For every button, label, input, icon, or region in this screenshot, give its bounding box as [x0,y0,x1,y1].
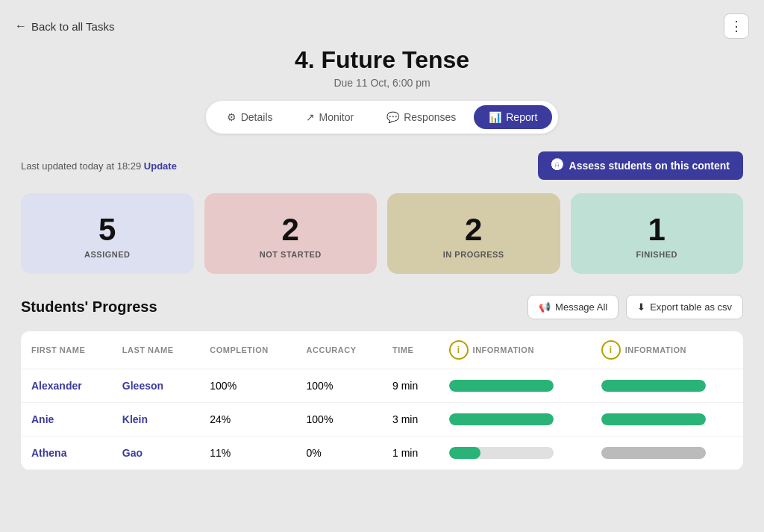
report-icon: 📊 [489,111,501,123]
stat-assigned-number: 5 [98,214,116,245]
tab-report[interactable]: 📊 Report [474,105,552,129]
update-text: Last updated today at 18:29 Update [21,160,177,172]
student-accuracy: 100% [296,403,382,436]
student-last-name[interactable]: Klein [122,413,148,425]
info-icon-1[interactable]: i [449,340,469,360]
stat-assigned-label: ASSIGNED [84,250,130,259]
students-section-title: Students' Progress [21,298,157,316]
student-bar1-cell [439,403,591,436]
student-bar2-cell [591,403,743,436]
progress-bar-2-fill [601,380,706,392]
student-bar2-cell [591,436,743,470]
table-header-row: FIRST NAME LAST NAME COMPLETION ACCURACY… [21,331,743,369]
th-accuracy: ACCURACY [296,331,382,369]
th-time: TIME [382,331,439,369]
stat-not-started-label: NOT STARTED [260,250,322,259]
stat-finished: 1 FINISHED [571,193,744,274]
tab-details-label: Details [241,111,273,123]
stat-in-progress-number: 2 [465,214,482,245]
stat-in-progress-label: IN PROGRESS [443,250,504,259]
table-row: Anie Klein 24% 100% 3 min [21,403,743,436]
progress-bar-2-fill [601,447,706,459]
responses-icon: 💬 [386,111,399,123]
student-bar1-cell [439,369,591,403]
message-all-label: Message All [555,301,607,313]
tab-bar: ⚙ Details ↗ Monitor 💬 Responses 📊 Report [206,101,559,134]
student-last-name[interactable]: Gleeson [122,380,163,392]
monitor-icon: ↗ [306,111,315,123]
student-time: 1 min [382,436,439,470]
stat-not-started-number: 2 [282,214,299,245]
table-row: Athena Gao 11% 0% 1 min [21,436,743,470]
stat-assigned: 5 ASSIGNED [21,193,194,274]
progress-bar-2-wrap [601,380,706,392]
student-first-name[interactable]: Athena [31,447,66,459]
info-icon-2[interactable]: i [601,340,621,360]
progress-bar-1-wrap [449,413,554,425]
student-completion: 24% [199,403,295,436]
export-csv-button[interactable]: ⬇ Export table as csv [626,295,743,319]
student-time: 3 min [382,403,439,436]
tab-report-label: Report [506,111,537,123]
tab-monitor-label: Monitor [319,111,354,123]
student-accuracy: 100% [296,369,382,403]
tab-details[interactable]: ⚙ Details [212,105,288,129]
progress-bar-2-fill [601,413,706,425]
update-link[interactable]: Update [144,160,177,172]
students-table: FIRST NAME LAST NAME COMPLETION ACCURACY… [21,331,743,470]
student-accuracy: 0% [296,436,382,470]
student-first-name[interactable]: Alexander [31,380,82,392]
th-completion: COMPLETION [199,331,295,369]
back-arrow-icon: ← [15,19,27,33]
back-to-tasks-link[interactable]: ← Back to all Tasks [15,19,114,33]
student-first-name[interactable]: Anie [31,413,54,425]
progress-bar-1-wrap [449,447,554,459]
page-title: 4. Future Tense [0,46,764,74]
page-title-section: 4. Future Tense Due 11 Oct, 6:00 pm [0,46,764,89]
student-last-name[interactable]: Gao [122,447,143,459]
th-info-1-label: INFORMATION [473,345,534,354]
tab-monitor[interactable]: ↗ Monitor [291,105,369,129]
th-last-name: LAST NAME [112,331,199,369]
tab-bar-wrapper: ⚙ Details ↗ Monitor 💬 Responses 📊 Report [0,101,764,134]
export-csv-label: Export table as csv [650,301,732,313]
th-info-1[interactable]: i INFORMATION [439,331,591,369]
progress-bar-2-wrap [601,413,706,425]
student-bar1-cell [439,436,591,470]
main-content: Last updated today at 18:29 Update 🅐 Ass… [0,151,764,470]
stats-row: 5 ASSIGNED 2 NOT STARTED 2 IN PROGRESS 1… [21,193,743,274]
details-icon: ⚙ [227,111,237,123]
progress-bar-1-fill [449,380,554,392]
more-options-button[interactable]: ⋮ [724,13,749,39]
stat-in-progress: 2 IN PROGRESS [387,193,560,274]
assess-students-button[interactable]: 🅐 Assess students on this content [538,151,743,180]
progress-bar-1-fill [449,447,480,459]
student-completion: 100% [199,369,295,403]
assess-btn-label: Assess students on this content [569,160,730,172]
th-first-name: FIRST NAME [21,331,112,369]
export-icon: ⬇ [637,301,645,313]
page-due-date: Due 11 Oct, 6:00 pm [0,77,764,89]
assess-icon: 🅐 [551,159,563,172]
action-buttons: 📢 Message All ⬇ Export table as csv [527,295,743,319]
stat-finished-number: 1 [648,214,666,245]
message-icon: 📢 [539,301,551,313]
tab-responses[interactable]: 💬 Responses [372,105,471,129]
students-section-header: Students' Progress 📢 Message All ⬇ Expor… [21,295,743,319]
th-info-2[interactable]: i INFORMATION [591,331,743,369]
progress-bar-1-fill [449,413,554,425]
tab-responses-label: Responses [404,111,456,123]
th-info-2-label: INFORMATION [625,345,686,354]
update-bar: Last updated today at 18:29 Update 🅐 Ass… [21,151,743,180]
message-all-button[interactable]: 📢 Message All [527,295,619,319]
back-label: Back to all Tasks [31,20,114,33]
stat-finished-label: FINISHED [636,250,677,259]
stat-not-started: 2 NOT STARTED [204,193,378,274]
progress-bar-1-wrap [449,380,554,392]
progress-bar-2-wrap [601,447,706,459]
student-bar2-cell [591,369,743,403]
table-row: Alexander Gleeson 100% 100% 9 min [21,369,743,403]
student-completion: 11% [199,436,295,470]
top-bar: ← Back to all Tasks ⋮ [0,0,764,46]
student-time: 9 min [382,369,439,403]
